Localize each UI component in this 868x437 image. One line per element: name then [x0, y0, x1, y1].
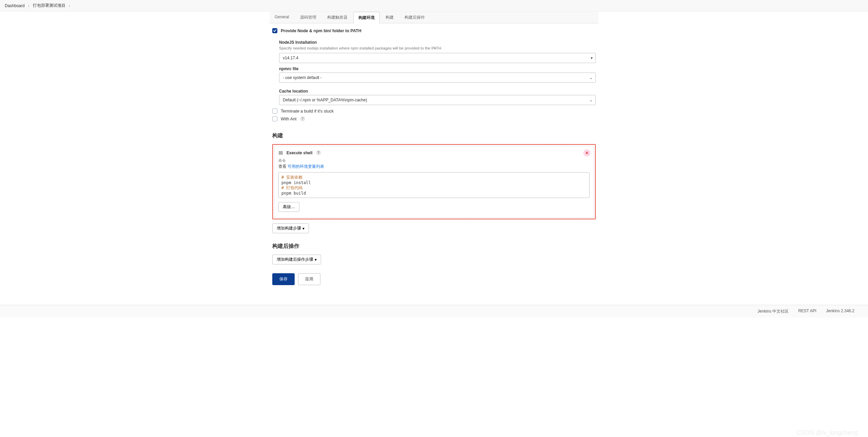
- terminate-checkbox[interactable]: [272, 108, 277, 114]
- chevron-down-icon: ⌄: [589, 75, 593, 80]
- command-label: 命令: [278, 158, 590, 163]
- add-post-build-step-button[interactable]: 增加构建后操作步骤 ▾: [272, 255, 321, 264]
- breadcrumb-separator: ›: [69, 3, 70, 8]
- provide-node-checkbox[interactable]: [272, 28, 277, 33]
- tab-post[interactable]: 构建后操作: [399, 12, 430, 23]
- terminate-label: Terminate a build if it's stuck: [281, 109, 334, 114]
- post-section-title: 构建后操作: [272, 243, 596, 250]
- add-build-step-button[interactable]: 增加构建步骤 ▾: [272, 223, 309, 233]
- step-title: Execute shell: [287, 151, 313, 155]
- apply-button[interactable]: 应用: [298, 273, 320, 285]
- npmrc-select[interactable]: - use system default - ⌄: [279, 73, 596, 83]
- drag-handle-icon[interactable]: [278, 151, 283, 155]
- cache-value: Default (~/.npm or %APP_DATA%\npm-cache): [283, 98, 367, 102]
- chevron-down-icon: ▾: [591, 56, 593, 60]
- chevron-down-icon: ⌄: [589, 98, 593, 102]
- breadcrumb: Dashboard › 打包部署测试项目 ›: [0, 0, 868, 12]
- svg-rect-4: [279, 154, 283, 154]
- nodejs-install-select[interactable]: v14.17.4 ▾: [279, 53, 596, 63]
- caret-down-icon: ▾: [315, 257, 317, 262]
- tab-build[interactable]: 构建: [380, 12, 399, 23]
- footer-link-rest-api[interactable]: REST API: [798, 309, 816, 314]
- help-icon[interactable]: ?: [316, 150, 321, 155]
- highlight-box: Execute shell ? 命令 查看 可用的环境变量列表 # 安装依赖 p…: [272, 144, 596, 219]
- nodejs-install-label: NodeJS Installation: [279, 40, 596, 45]
- cache-label: Cache location: [279, 89, 596, 94]
- with-ant-label: With Ant: [281, 117, 297, 121]
- help-icon[interactable]: ?: [300, 116, 305, 121]
- tab-scm[interactable]: 源码管理: [295, 12, 321, 23]
- nodejs-install-value: v14.17.4: [283, 56, 298, 60]
- see-text: 查看: [278, 164, 288, 169]
- cache-select[interactable]: Default (~/.npm or %APP_DATA%\npm-cache)…: [279, 95, 596, 105]
- breadcrumb-item-dashboard[interactable]: Dashboard: [5, 3, 25, 8]
- build-step-execute-shell: Execute shell ? 命令 查看 可用的环境变量列表 # 安装依赖 p…: [274, 146, 594, 218]
- with-ant-checkbox[interactable]: [272, 116, 277, 121]
- svg-rect-3: [279, 153, 283, 153]
- nodejs-install-desc: Specify needed nodejs installation where…: [279, 46, 596, 50]
- shell-command-input[interactable]: # 安装依赖 pnpm install # 打包代码 pnpm build: [278, 172, 590, 198]
- tab-general[interactable]: General: [270, 12, 294, 23]
- tab-triggers[interactable]: 构建触发器: [322, 12, 353, 23]
- npmrc-value: - use system default -: [283, 75, 322, 80]
- provide-node-label: Provide Node & npm bin/ folder to PATH: [281, 28, 361, 33]
- npmrc-label: npmrc file: [279, 66, 596, 71]
- svg-rect-2: [279, 151, 283, 152]
- tab-env[interactable]: 构建环境: [353, 12, 380, 23]
- footer-link-version[interactable]: Jenkins 2.346.2: [826, 309, 854, 314]
- caret-down-icon: ▾: [302, 226, 304, 231]
- build-section-title: 构建: [272, 132, 596, 139]
- env-vars-link[interactable]: 可用的环境变量列表: [288, 164, 324, 169]
- advanced-button[interactable]: 高级…: [278, 202, 299, 212]
- footer-link-community[interactable]: Jenkins 中文社区: [757, 309, 789, 314]
- breadcrumb-separator: ›: [28, 3, 29, 8]
- config-tabs: General 源码管理 构建触发器 构建环境 构建 构建后操作: [270, 12, 598, 23]
- delete-step-button[interactable]: [584, 150, 590, 156]
- save-button[interactable]: 保存: [272, 273, 295, 285]
- page-footer: Jenkins 中文社区 REST API Jenkins 2.346.2: [0, 305, 868, 318]
- breadcrumb-item-project[interactable]: 打包部署测试项目: [33, 3, 65, 8]
